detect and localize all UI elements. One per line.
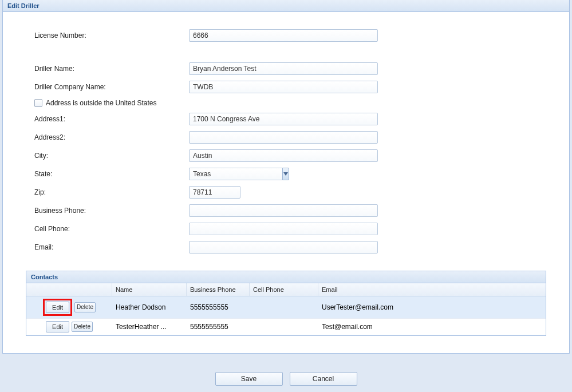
form-body: License Number: Driller Name: Driller Co… bbox=[3, 12, 569, 271]
contact-bphone: 5555555555 bbox=[187, 320, 250, 333]
foreign-address-checkbox[interactable] bbox=[34, 99, 42, 107]
cphone-label: Cell Phone: bbox=[34, 225, 189, 233]
license-row: License Number: bbox=[34, 29, 538, 42]
contact-email: Test@email.com bbox=[318, 320, 546, 333]
state-select-trigger[interactable] bbox=[282, 168, 289, 180]
email-label: Email: bbox=[34, 243, 189, 251]
cphone-input[interactable] bbox=[189, 223, 378, 235]
edit-button[interactable]: Edit bbox=[46, 302, 69, 313]
contacts-header-email: Email bbox=[318, 283, 546, 296]
contacts-header-actions bbox=[26, 283, 112, 296]
bphone-input[interactable] bbox=[189, 204, 378, 217]
contact-bphone: 5555555555 bbox=[187, 301, 250, 314]
footer-buttons: Save Cancel bbox=[0, 372, 572, 386]
company-label: Driller Company Name: bbox=[34, 83, 189, 91]
bphone-row: Business Phone: bbox=[34, 204, 538, 217]
driller-name-row: Driller Name: bbox=[34, 62, 538, 75]
address2-label: Address2: bbox=[34, 133, 189, 141]
edit-button[interactable]: Edit bbox=[46, 321, 69, 332]
license-label: License Number: bbox=[34, 31, 189, 39]
address2-input[interactable] bbox=[189, 131, 378, 144]
zip-input[interactable] bbox=[189, 186, 240, 199]
driller-name-label: Driller Name: bbox=[34, 65, 189, 73]
address1-row: Address1: bbox=[34, 113, 538, 125]
table-row[interactable]: Edit Delete Heather Dodson 5555555555 Us… bbox=[26, 296, 546, 319]
cphone-row: Cell Phone: bbox=[34, 223, 538, 235]
contact-email: UserTester@email.com bbox=[318, 301, 546, 314]
contacts-header-cphone: Cell Phone bbox=[250, 283, 318, 296]
bphone-label: Business Phone: bbox=[34, 207, 189, 215]
address1-input[interactable] bbox=[189, 113, 378, 125]
address2-row: Address2: bbox=[34, 131, 538, 144]
delete-button[interactable]: Delete bbox=[74, 302, 96, 312]
edit-driller-panel: Edit Driller License Number: Driller Nam… bbox=[2, 0, 570, 354]
table-row[interactable]: Edit Delete TesterHeather ... 5555555555… bbox=[26, 319, 546, 335]
foreign-address-label: Address is outside the United States bbox=[46, 99, 156, 107]
state-select[interactable] bbox=[189, 168, 289, 180]
save-button[interactable]: Save bbox=[215, 372, 283, 386]
contacts-header-row: Name Business Phone Cell Phone Email bbox=[26, 283, 546, 296]
contact-name: TesterHeather ... bbox=[112, 320, 187, 333]
panel-title: Edit Driller bbox=[3, 0, 569, 12]
foreign-address-row: Address is outside the United States bbox=[34, 99, 538, 107]
zip-label: Zip: bbox=[34, 188, 189, 196]
highlight-annotation: Edit bbox=[43, 299, 72, 316]
email-row: Email: bbox=[34, 241, 538, 254]
address1-label: Address1: bbox=[34, 115, 189, 123]
state-row: State: bbox=[34, 168, 538, 180]
contact-cphone bbox=[250, 305, 318, 310]
contacts-header-bphone: Business Phone bbox=[187, 283, 250, 296]
contacts-header-name: Name bbox=[112, 283, 187, 296]
driller-name-input[interactable] bbox=[189, 62, 378, 75]
license-input[interactable] bbox=[189, 29, 378, 42]
cancel-button[interactable]: Cancel bbox=[290, 372, 357, 386]
company-input[interactable] bbox=[189, 81, 378, 93]
company-row: Driller Company Name: bbox=[34, 81, 538, 93]
state-label: State: bbox=[34, 170, 189, 178]
chevron-down-icon bbox=[283, 172, 288, 176]
contacts-title: Contacts bbox=[26, 271, 546, 283]
contact-cphone bbox=[250, 324, 318, 329]
email-input[interactable] bbox=[189, 241, 378, 254]
contacts-panel: Contacts Name Business Phone Cell Phone … bbox=[26, 271, 546, 336]
delete-button[interactable]: Delete bbox=[72, 322, 93, 332]
contact-name: Heather Dodson bbox=[112, 301, 187, 314]
city-label: City: bbox=[34, 152, 189, 160]
zip-row: Zip: bbox=[34, 186, 538, 199]
state-select-value[interactable] bbox=[189, 168, 282, 180]
city-row: City: bbox=[34, 149, 538, 162]
city-input[interactable] bbox=[189, 149, 378, 162]
